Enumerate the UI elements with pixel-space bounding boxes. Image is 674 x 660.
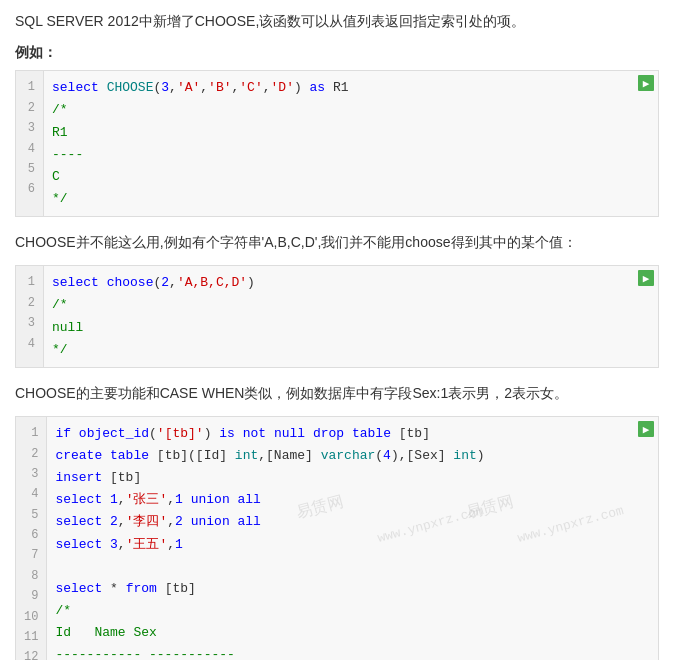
expand-icon-3[interactable]: ▶ (638, 421, 654, 437)
code-block-1: ▶ 123456 select CHOOSE(3,'A','B','C','D'… (15, 70, 659, 217)
line-numbers-1: 123456 (16, 71, 44, 216)
code-block-2: ▶ 1234 select choose(2,'A,B,C,D') /* nul… (15, 265, 659, 367)
intro-text: SQL SERVER 2012中新增了CHOOSE,该函数可以从值列表返回指定索… (15, 10, 659, 32)
expand-icon-1[interactable]: ▶ (638, 75, 654, 91)
section2-text: CHOOSE的主要功能和CASE WHEN类似，例如数据库中有字段Sex:1表示… (15, 382, 659, 404)
expand-icon-2[interactable]: ▶ (638, 270, 654, 286)
page-content: SQL SERVER 2012中新增了CHOOSE,该函数可以从值列表返回指定索… (0, 0, 674, 660)
line-numbers-3: 12345 678910 1112131415 (16, 417, 47, 660)
section1-text: CHOOSE并不能这么用,例如有个字符串'A,B,C,D',我们并不能用choo… (15, 231, 659, 253)
line-numbers-2: 1234 (16, 266, 44, 366)
code-lines-2: select choose(2,'A,B,C,D') /* null */ (44, 266, 658, 366)
code-block-3: ▶ 易赁网 www.ynpxrz.com 易赁网 www.ynpxrz.com … (15, 416, 659, 660)
code-lines-3: if object_id('[tb]') is not null drop ta… (47, 417, 658, 660)
code-lines-1: select CHOOSE(3,'A','B','C','D') as R1 /… (44, 71, 658, 216)
example-label: 例如： (15, 44, 659, 62)
